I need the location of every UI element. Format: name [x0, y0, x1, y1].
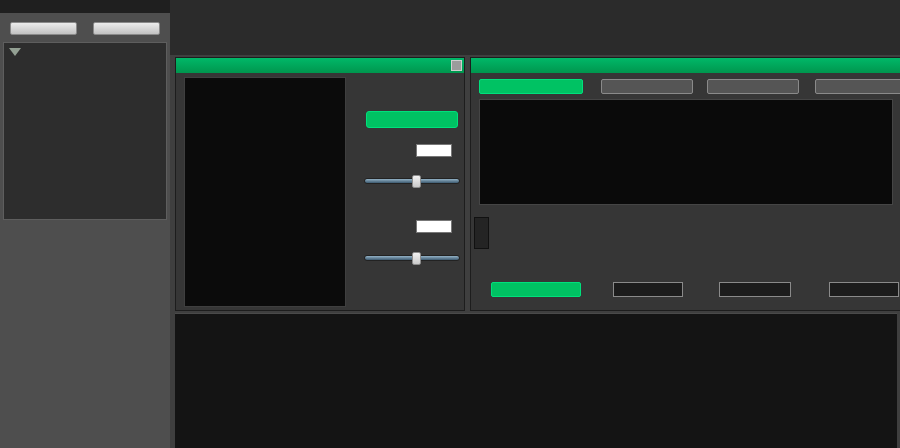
freq-field[interactable]	[719, 282, 791, 297]
q-field[interactable]	[829, 282, 899, 297]
noise-gate-panel	[175, 57, 465, 311]
start-gate-value-field[interactable]	[416, 144, 452, 157]
device-list-title	[0, 0, 170, 13]
paste-button[interactable]	[815, 79, 900, 94]
release-gate-value-field[interactable]	[416, 220, 452, 233]
scan-button[interactable]	[10, 22, 77, 35]
device-list-panel	[0, 0, 170, 448]
slider-handle[interactable]	[412, 252, 421, 265]
equalizer-title-bar	[471, 58, 900, 73]
noise-gate-enable-button[interactable]	[366, 111, 458, 128]
slider-handle[interactable]	[412, 175, 421, 188]
close-icon[interactable]	[451, 60, 462, 71]
dsp-control-app	[0, 0, 900, 448]
release-gate-slider[interactable]	[364, 255, 460, 261]
device-list-actions	[0, 13, 170, 35]
processing-chain-toolbar	[170, 0, 900, 55]
filter-type-dropdown[interactable]	[613, 282, 683, 297]
show-control-point-button[interactable]	[479, 79, 583, 94]
eq-on-button[interactable]	[491, 282, 581, 297]
band-scroll-left-button[interactable]	[474, 217, 489, 249]
set-button[interactable]	[93, 22, 160, 35]
noise-gate-title-bar	[176, 58, 464, 73]
copy-button[interactable]	[707, 79, 799, 94]
start-gate-slider[interactable]	[364, 178, 460, 184]
eq-frequency-axis	[479, 207, 893, 216]
device-tree[interactable]	[3, 42, 167, 220]
bypass-all-button[interactable]	[601, 79, 693, 94]
gate-curve-graph[interactable]	[184, 77, 346, 307]
tree-expand-icon[interactable]	[9, 48, 21, 56]
mixer-section	[175, 313, 897, 448]
equalizer-panel	[470, 57, 900, 311]
eq-curve-graph[interactable]	[479, 99, 893, 205]
